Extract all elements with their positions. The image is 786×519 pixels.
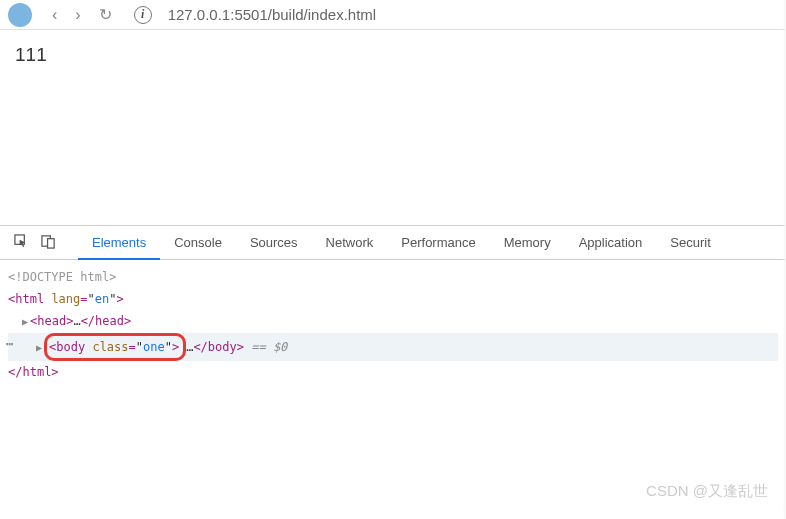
dom-line-body[interactable]: ⋯▶<body class="one">…</body> == $0 xyxy=(8,333,778,361)
devtools-panel: Elements Console Sources Network Perform… xyxy=(0,225,786,389)
svg-rect-2 xyxy=(48,238,55,247)
tab-sources[interactable]: Sources xyxy=(236,226,312,260)
info-icon[interactable]: i xyxy=(134,6,152,24)
tab-network[interactable]: Network xyxy=(312,226,388,260)
page-text: 111 xyxy=(15,44,47,65)
tab-application[interactable]: Application xyxy=(565,226,657,260)
tab-security[interactable]: Securit xyxy=(656,226,724,260)
expand-icon[interactable]: ▶ xyxy=(36,337,42,359)
url-text[interactable]: 127.0.0.1:5501/build/index.html xyxy=(168,6,376,23)
tab-performance[interactable]: Performance xyxy=(387,226,489,260)
devtools-tab-bar: Elements Console Sources Network Perform… xyxy=(0,226,786,260)
tab-elements[interactable]: Elements xyxy=(78,226,160,260)
dom-line-head[interactable]: ▶<head>…</head> xyxy=(8,310,778,333)
expand-icon[interactable]: ▶ xyxy=(22,311,28,333)
forward-icon[interactable]: › xyxy=(71,6,84,24)
device-icon[interactable] xyxy=(35,234,62,252)
tab-memory[interactable]: Memory xyxy=(490,226,565,260)
ellipsis-icon: ⋯ xyxy=(6,333,13,355)
reload-icon[interactable]: ↻ xyxy=(95,5,116,24)
tab-console[interactable]: Console xyxy=(160,226,236,260)
browser-toolbar: ‹ › ↻ i 127.0.0.1:5501/build/index.html xyxy=(0,0,786,30)
page-content: 111 xyxy=(0,30,786,225)
crop-fade xyxy=(782,0,786,519)
profile-avatar[interactable] xyxy=(8,3,32,27)
inspect-icon[interactable] xyxy=(8,234,35,252)
back-icon[interactable]: ‹ xyxy=(48,6,61,24)
dom-line-doctype[interactable]: <!DOCTYPE html> xyxy=(8,266,778,288)
elements-tree[interactable]: <!DOCTYPE html> <html lang="en"> ▶<head>… xyxy=(0,260,786,389)
dom-line-html-open[interactable]: <html lang="en"> xyxy=(8,288,778,310)
watermark: CSDN @又逢乱世 xyxy=(646,482,768,501)
dom-line-html-close[interactable]: </html> xyxy=(8,361,778,383)
highlight-box: <body class="one"> xyxy=(44,333,186,361)
